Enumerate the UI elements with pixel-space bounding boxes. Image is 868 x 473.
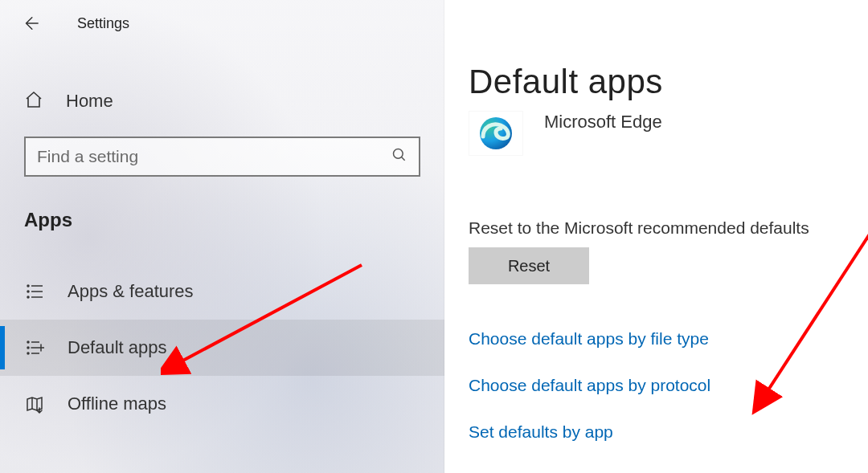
search-container: [24, 137, 420, 177]
svg-point-3: [27, 296, 29, 298]
home-nav[interactable]: Home: [0, 79, 444, 124]
nav-list: Apps & features Default apps: [0, 263, 444, 432]
settings-window: Settings Home Apps: [0, 0, 868, 473]
search-box[interactable]: [24, 137, 420, 177]
search-input[interactable]: [37, 147, 391, 166]
home-label: Home: [66, 91, 113, 112]
home-icon: [24, 90, 43, 112]
link-file-type[interactable]: Choose default apps by file type: [469, 329, 868, 349]
page-title: Default apps: [469, 63, 868, 101]
links-section: Choose default apps by file type Choose …: [469, 329, 868, 442]
section-title: Apps: [24, 209, 444, 231]
search-icon: [391, 147, 407, 166]
reset-description: Reset to the Microsoft recommended defau…: [469, 218, 868, 238]
reset-button[interactable]: Reset: [469, 247, 589, 284]
nav-item-default-apps[interactable]: Default apps: [0, 320, 444, 376]
svg-point-2: [27, 291, 29, 292]
content-pane: Default apps Microsoft Edge Res: [444, 0, 868, 473]
default-web-browser-tile[interactable]: Microsoft Edge: [469, 111, 868, 156]
link-protocol[interactable]: Choose default apps by protocol: [469, 376, 868, 395]
nav-item-offline-maps[interactable]: Offline maps: [0, 376, 444, 432]
link-by-app[interactable]: Set defaults by app: [469, 422, 868, 442]
edge-icon: [469, 111, 523, 156]
nav-label: Default apps: [68, 337, 167, 358]
list-icon: [24, 281, 45, 302]
nav-item-apps-features[interactable]: Apps & features: [0, 263, 444, 320]
default-app-name: Microsoft Edge: [544, 112, 662, 133]
svg-point-6: [27, 353, 29, 354]
back-button[interactable]: [14, 7, 47, 39]
arrow-left-icon: [22, 14, 39, 32]
map-icon: [24, 393, 45, 414]
svg-point-0: [394, 149, 403, 159]
svg-point-4: [27, 341, 29, 343]
nav-label: Offline maps: [68, 393, 166, 414]
svg-point-5: [27, 347, 29, 349]
window-title: Settings: [77, 15, 129, 32]
left-pane: Settings Home Apps: [0, 0, 444, 473]
header: Settings: [0, 0, 444, 47]
svg-point-1: [27, 285, 29, 287]
default-apps-icon: [24, 337, 45, 358]
nav-label: Apps & features: [68, 281, 194, 302]
